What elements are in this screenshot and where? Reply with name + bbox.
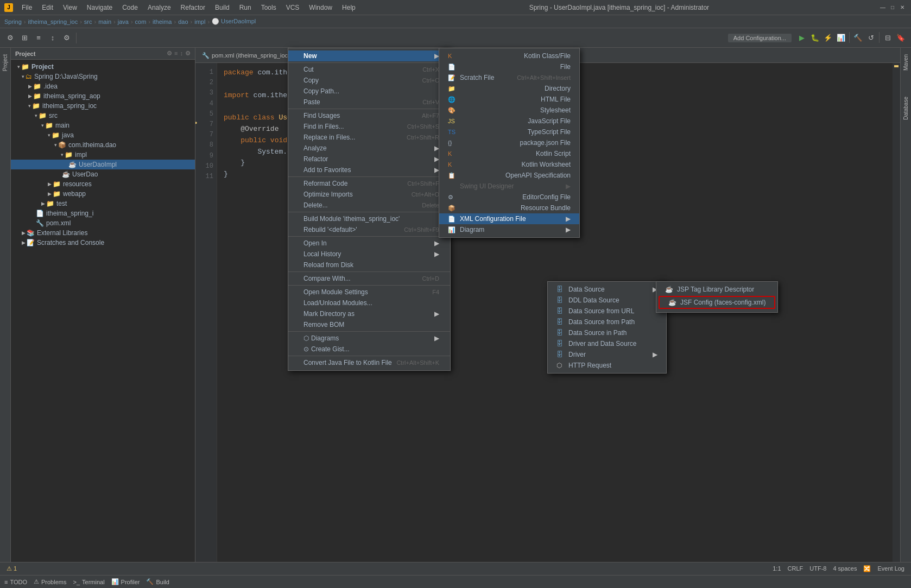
maximize-button[interactable]: □ [888, 3, 897, 12]
ctx-local-history[interactable]: Local History ▶ [288, 249, 450, 260]
close-button[interactable]: ✕ [898, 3, 907, 12]
toolbar-grid[interactable]: ⊞ [18, 32, 30, 44]
ctx-create-gist[interactable]: ⊙ Create Gist... [288, 344, 450, 355]
minimize-button[interactable]: — [878, 3, 887, 12]
menu-file[interactable]: File [17, 3, 36, 12]
maven-tab[interactable]: Maven [902, 52, 910, 73]
tree-item-project[interactable]: ▾ 📁 Project [11, 62, 195, 72]
profile-button[interactable]: 📊 [835, 32, 847, 44]
data-source-in-path-item[interactable]: 🗄 Data Source in Path [548, 327, 666, 338]
ctx-find-usages[interactable]: Find Usages Alt+F7 [288, 110, 450, 121]
ctx-copy-path[interactable]: Copy Path... [288, 86, 450, 97]
menu-code[interactable]: Code [118, 3, 142, 12]
menu-help[interactable]: Help [338, 3, 360, 12]
ctx-reload[interactable]: Reload from Disk [288, 260, 450, 270]
breadcrumb-dao[interactable]: dao [178, 18, 188, 25]
menu-navigate[interactable]: Navigate [83, 3, 117, 12]
tree-item-idea[interactable]: ▶ 📁 .idea [11, 81, 195, 91]
tree-item-pom[interactable]: 🔧 pom.xml [11, 218, 195, 228]
new-diagram[interactable]: 📊 Diagram ▶ [439, 224, 579, 235]
run-button[interactable]: ▶ [796, 32, 808, 44]
menu-vcs[interactable]: VCS [282, 3, 304, 12]
breadcrumb-module[interactable]: itheima_spring_ioc [28, 18, 78, 25]
menu-analyze[interactable]: Analyze [143, 3, 175, 12]
project-tab[interactable]: Project [1, 52, 9, 73]
tree-item-spring[interactable]: ▾ 🗂 Spring D:\Java\Spring [11, 72, 195, 81]
data-source-url-item[interactable]: 🗄 Data Source from URL [548, 306, 666, 317]
add-configuration-button[interactable]: Add Configuration... [728, 34, 792, 42]
driver-data-source-item[interactable]: 🗄 Driver and Data Source [548, 338, 666, 349]
data-source-path-item[interactable]: 🗄 Data Source from Path [548, 317, 666, 327]
ctx-mark-dir[interactable]: Mark Directory as ▶ [288, 308, 450, 319]
menu-view[interactable]: View [59, 3, 81, 12]
ddl-data-source-item[interactable]: 🗄 DDL Data Source [548, 295, 666, 306]
new-xml-config[interactable]: 📄 XML Configuration File ▶ [439, 213, 579, 224]
ctx-optimize-imports[interactable]: Optimize Imports Ctrl+Alt+O [288, 189, 450, 200]
tree-item-main[interactable]: ▾ 📁 main [11, 121, 195, 130]
tree-item-aop[interactable]: ▶ 📁 itheima_spring_aop [11, 91, 195, 101]
new-kotlin-class[interactable]: K Kotlin Class/File [439, 50, 579, 61]
layout-button[interactable]: ⊟ [882, 32, 894, 44]
new-package-json[interactable]: {} package.json File [439, 137, 579, 148]
ctx-rebuild[interactable]: Rebuild '<default>' Ctrl+Shift+F9 [288, 224, 450, 235]
tree-item-scratches[interactable]: ▶ 📝 Scratches and Console [11, 238, 195, 248]
new-editorconfig[interactable]: ⚙ EditorConfig File [439, 192, 579, 203]
tree-item-spring-ioc-file[interactable]: 📄 itheima_spring_i [11, 208, 195, 218]
ctx-find-in-files[interactable]: Find in Files... Ctrl+Shift+S [288, 121, 450, 132]
breadcrumb-itheima[interactable]: itheima [153, 18, 172, 25]
new-js[interactable]: JS JavaScript File [439, 116, 579, 127]
breadcrumb-impl[interactable]: impl [194, 18, 205, 25]
ctx-module-settings[interactable]: Open Module Settings F4 [288, 287, 450, 298]
menu-refactor[interactable]: Refactor [176, 3, 210, 12]
bottom-tab-todo[interactable]: ≡ TODO [4, 579, 27, 585]
tree-item-webapp[interactable]: ▶ 📁 webapp [11, 189, 195, 199]
breadcrumb-src[interactable]: src [84, 18, 92, 25]
bottom-tab-profiler[interactable]: 📊 Profiler [111, 578, 140, 585]
ctx-analyze[interactable]: Analyze ▶ [288, 143, 450, 154]
project-expand-icon[interactable]: ≡ [174, 50, 178, 57]
tab-pom[interactable]: 🔧 pom.xml (itheima_spring_ioc) ✕ [195, 48, 303, 62]
tree-item-src[interactable]: ▾ 📁 src [11, 111, 195, 121]
new-resource-bundle[interactable]: 📦 Resource Bundle [439, 203, 579, 213]
breadcrumb-com[interactable]: com [135, 18, 147, 25]
ctx-add-favorites[interactable]: Add to Favorites ▶ [288, 165, 450, 175]
jsf-config-item[interactable]: ☕ JSF Config (faces-config.xml) [659, 296, 775, 309]
ctx-delete[interactable]: Delete... Delete [288, 200, 450, 211]
menu-run[interactable]: Run [235, 3, 256, 12]
toolbar-sort[interactable]: ≡ [33, 32, 45, 44]
new-file[interactable]: 📄 File [439, 61, 579, 72]
run-buttons[interactable]: ▶ 🐛 ⚡ 📊 🔨 ↺ ⊟ 🔖 [796, 32, 907, 44]
event-log[interactable]: Event Log [877, 565, 904, 572]
tree-item-userdaoimpl[interactable]: ☕ UserDaoImpl [11, 160, 195, 169]
new-kotlin-script[interactable]: K Kotlin Script [439, 148, 579, 159]
debug-button[interactable]: 🐛 [809, 32, 821, 44]
tree-item-ioc[interactable]: ▾ 📁 itheima_spring_ioc [11, 101, 195, 111]
new-openapi[interactable]: 📋 OpenAPI Specification [439, 170, 579, 181]
project-tree[interactable]: ▾ 📁 Project ▾ 🗂 Spring D:\Java\Spring ▶ … [11, 60, 195, 562]
ctx-new[interactable]: New ▶ [288, 50, 450, 61]
breadcrumb-main[interactable]: main [98, 18, 111, 25]
ctx-reformat[interactable]: Reformat Code Ctrl+Shift+F [288, 178, 450, 189]
new-scratch-file[interactable]: 📝 Scratch File Ctrl+Alt+Shift+Insert [439, 72, 579, 83]
tree-item-package[interactable]: ▾ 📦 com.itheima.dao [11, 140, 195, 150]
new-stylesheet[interactable]: 🎨 Stylesheet [439, 105, 579, 116]
bottom-tabs-bar[interactable]: ≡ TODO ⚠ Problems >_ Terminal 📊 Profiler… [0, 575, 911, 588]
new-html[interactable]: 🌐 HTML File [439, 94, 579, 105]
breadcrumb-class[interactable]: ⚪ UserDaoImpl [212, 18, 256, 25]
ctx-diagrams[interactable]: ⬡ Diagrams ▶ [288, 333, 450, 344]
toolbar-options[interactable]: ⚙ [61, 32, 73, 44]
ctx-compare[interactable]: Compare With... Ctrl+D [288, 273, 450, 284]
ctx-cut[interactable]: Cut Ctrl+X [288, 64, 450, 75]
new-ts[interactable]: TS TypeScript File [439, 127, 579, 137]
http-request-item[interactable]: ⬡ HTTP Request [548, 360, 666, 371]
toolbar-collapse[interactable]: ↕ [47, 32, 59, 44]
project-close-icon[interactable]: ↕ [180, 50, 184, 57]
breadcrumb-spring[interactable]: Spring [4, 18, 22, 25]
refresh-button[interactable]: ↺ [865, 32, 877, 44]
breadcrumb-java[interactable]: java [118, 18, 129, 25]
menu-bar[interactable]: File Edit View Navigate Code Analyze Ref… [17, 3, 360, 12]
tree-item-java[interactable]: ▾ 📁 java [11, 130, 195, 140]
tree-item-userdao[interactable]: ☕ UserDao [11, 169, 195, 179]
new-directory[interactable]: 📁 Directory [439, 83, 579, 94]
bottom-tab-problems[interactable]: ⚠ Problems [34, 578, 66, 585]
